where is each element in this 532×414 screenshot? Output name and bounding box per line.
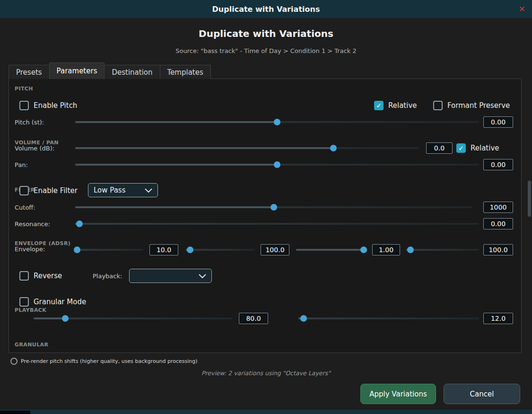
tab-parameters[interactable]: Parameters bbox=[49, 62, 105, 79]
pitch-relative-label: Relative bbox=[388, 101, 417, 110]
slider-fill bbox=[296, 249, 364, 251]
envelope-attack-value-field[interactable]: 10.0 bbox=[149, 244, 178, 255]
slider-handle[interactable] bbox=[270, 204, 277, 211]
check-icon: ✓ bbox=[376, 102, 382, 109]
envelope-attack-slider[interactable] bbox=[74, 247, 143, 253]
envelope-decay-slider[interactable] bbox=[186, 247, 255, 253]
volume-label: Volume (dB): bbox=[15, 145, 54, 152]
prerender-label: Pre-render pitch shifts (higher quality,… bbox=[21, 358, 198, 364]
granular-section-heading: GRANULAR bbox=[15, 342, 48, 348]
resonance-value-field[interactable]: 0.00 bbox=[483, 218, 513, 229]
envelope-section-heading: ENVELOPE (ADSR) bbox=[15, 240, 70, 247]
playback-mode-label: Playback: bbox=[93, 273, 122, 280]
volume-relative-label: Relative bbox=[471, 144, 499, 152]
slider-fill bbox=[75, 206, 274, 208]
tab-bar: Presets Parameters Destination Templates bbox=[9, 62, 210, 79]
slider-handle[interactable] bbox=[274, 161, 280, 168]
volume-pan-section-heading: VOLUME / PAN bbox=[15, 140, 59, 146]
playback-slider-1[interactable] bbox=[34, 315, 232, 322]
reverse-label: Reverse bbox=[34, 272, 62, 280]
slider-handle[interactable] bbox=[300, 315, 307, 322]
scrollbar-thumb[interactable] bbox=[528, 181, 531, 217]
volume-slider[interactable] bbox=[75, 145, 419, 151]
playback-slider-2[interactable] bbox=[298, 315, 479, 322]
reverse-checkbox[interactable]: ✓ bbox=[19, 271, 29, 281]
tab-presets[interactable]: Presets bbox=[9, 65, 50, 79]
playback-section-heading: PLAYBACK bbox=[15, 307, 46, 313]
slider-fill bbox=[75, 164, 277, 166]
filter-type-value: Low Pass bbox=[94, 186, 126, 194]
slider-handle[interactable] bbox=[76, 220, 83, 227]
background-app-corner-bottom-left bbox=[0, 411, 30, 414]
playback-value-field-2[interactable]: 12.0 bbox=[483, 313, 513, 324]
app-root: Duplicate with Variations ✕ Duplicate wi… bbox=[0, 0, 532, 414]
cancel-button[interactable]: Cancel bbox=[444, 384, 520, 404]
pitch-value-field[interactable]: 0.00 bbox=[483, 116, 513, 128]
chevron-down-icon bbox=[145, 188, 152, 193]
envelope-decay-value-field[interactable]: 100.0 bbox=[261, 244, 289, 255]
enable-pitch-checkbox[interactable]: ✓ bbox=[19, 101, 29, 110]
slider-handle[interactable] bbox=[330, 145, 337, 151]
check-icon: ✓ bbox=[458, 145, 464, 151]
resonance-slider[interactable] bbox=[75, 220, 479, 227]
enable-filter-checkbox[interactable]: ✓ bbox=[19, 186, 29, 195]
parameters-panel: PITCH ✓ Enable Pitch ✓ Relative ✓ Forman… bbox=[9, 79, 522, 353]
slider-handle[interactable] bbox=[407, 247, 414, 253]
granular-mode-label: Granular Mode bbox=[34, 298, 86, 306]
envelope-label: Envelope: bbox=[15, 246, 45, 253]
titlebar-title: Duplicate with Variations bbox=[212, 5, 320, 14]
chevron-down-icon bbox=[199, 274, 206, 278]
apply-variations-button[interactable]: Apply Variations bbox=[360, 384, 436, 404]
playback-value-field-1[interactable]: 80.0 bbox=[239, 313, 268, 324]
enable-pitch-label: Enable Pitch bbox=[34, 101, 77, 110]
envelope-sustain-value-field[interactable]: 1.00 bbox=[372, 244, 400, 255]
pitch-slider[interactable] bbox=[75, 119, 479, 125]
tab-destination[interactable]: Destination bbox=[104, 65, 160, 79]
envelope-release-slider[interactable] bbox=[406, 247, 479, 253]
tab-templates[interactable]: Templates bbox=[160, 65, 211, 79]
cutoff-label: Cutoff: bbox=[15, 204, 35, 211]
slider-track bbox=[74, 249, 143, 251]
slider-fill bbox=[75, 147, 333, 149]
resonance-label: Resonance: bbox=[15, 220, 50, 228]
pan-value-field[interactable]: 0.00 bbox=[483, 159, 513, 170]
slider-track bbox=[186, 249, 255, 251]
close-icon[interactable]: ✕ bbox=[519, 4, 525, 14]
envelope-release-value-field[interactable]: 100.0 bbox=[483, 244, 513, 255]
granular-mode-checkbox[interactable]: ✓ bbox=[19, 297, 29, 307]
enable-filter-label: Enable Filter bbox=[34, 186, 78, 195]
slider-track bbox=[406, 249, 479, 251]
pitch-st-label: Pitch (st): bbox=[15, 119, 44, 126]
dialog-titlebar: Duplicate with Variations bbox=[0, 0, 532, 18]
slider-handle[interactable] bbox=[74, 247, 80, 253]
pitch-section-heading: PITCH bbox=[15, 86, 33, 92]
pan-slider[interactable] bbox=[75, 161, 479, 168]
envelope-sustain-slider[interactable] bbox=[296, 247, 368, 253]
preview-status-text: Preview: 2 variations using "Octave Laye… bbox=[0, 370, 532, 377]
slider-track bbox=[75, 223, 479, 225]
volume-relative-checkbox[interactable]: ✓ bbox=[456, 143, 466, 153]
formant-preserve-checkbox[interactable]: ✓ bbox=[433, 101, 443, 110]
playback-mode-dropdown[interactable] bbox=[129, 269, 212, 283]
pitch-relative-checkbox[interactable]: ✓ bbox=[374, 101, 384, 110]
slider-handle[interactable] bbox=[62, 315, 69, 322]
background-app-edge-bottom bbox=[0, 410, 532, 414]
slider-track bbox=[298, 317, 479, 319]
cutoff-value-field[interactable]: 1000 bbox=[483, 202, 513, 213]
filter-type-dropdown[interactable]: Low Pass bbox=[88, 183, 158, 197]
slider-handle[interactable] bbox=[360, 247, 367, 253]
slider-fill bbox=[34, 317, 65, 319]
cutoff-slider[interactable] bbox=[75, 204, 472, 211]
prerender-radio[interactable] bbox=[10, 358, 17, 365]
source-breadcrumb: Source: "bass track" - Time of Day > Con… bbox=[0, 47, 532, 54]
slider-fill bbox=[75, 121, 277, 123]
slider-handle[interactable] bbox=[274, 119, 280, 125]
formant-preserve-label: Formant Preserve bbox=[447, 101, 510, 110]
pan-label: Pan: bbox=[15, 161, 28, 168]
volume-value-field[interactable]: 0.0 bbox=[426, 142, 453, 154]
slider-handle[interactable] bbox=[187, 247, 193, 253]
page-title: Duplicate with Variations bbox=[0, 28, 532, 39]
